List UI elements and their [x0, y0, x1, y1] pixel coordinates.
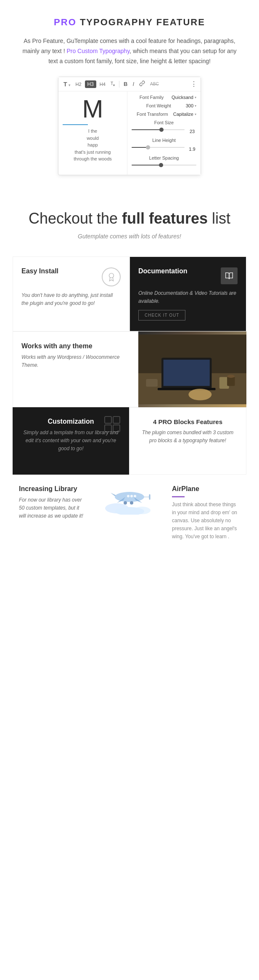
editor-left-panel: M I thewouldhappthat's just runningthrou… [58, 91, 127, 175]
easy-install-desc: You don't have to do anything, just inst… [21, 291, 121, 307]
svg-point-22 [124, 501, 127, 505]
font-size-value: 23 [188, 129, 196, 134]
font-transform-row: Font Transform Capitalize ▾ [132, 112, 196, 117]
works-image-inner [138, 331, 246, 407]
easy-install-title: Easy Install [21, 267, 58, 275]
editor-mockup: T ▾ H2 H3 H4 T▾ B I ABC ⋮ M I thewouldha… [58, 77, 201, 175]
line-height-slider[interactable] [132, 144, 185, 150]
doc-icon-area: Documentation [138, 267, 238, 284]
check-it-out-button[interactable]: CHECK IT OUT [138, 310, 185, 320]
big-letter: M [63, 96, 123, 122]
works-desc: Works with any Wordpress / Woocommerce T… [21, 353, 130, 369]
pro-blocks-desc: The plugin comes bundled with 3 custom p… [138, 429, 238, 445]
airplane-image-container [93, 475, 166, 521]
customization-card: Customization Simply add a template from… [13, 407, 129, 475]
features-subtitle: Gutemplate comes with lots of features! [13, 233, 246, 240]
bottom-row: Increasing Library For now our library h… [13, 475, 246, 552]
svg-point-6 [188, 388, 211, 400]
letter-spacing-label: Letter Spacing [132, 155, 196, 160]
svg-point-20 [134, 495, 136, 497]
svg-rect-13 [105, 425, 111, 432]
toolbar-h2-btn[interactable]: H2 [74, 81, 83, 88]
toolbar-h3-btn[interactable]: H3 [85, 80, 96, 88]
grid-icon [104, 416, 121, 434]
typography-panel: Font Family Quicksand ▾ Font Weight 300 … [127, 91, 201, 175]
letter-spacing-section: Letter Spacing [132, 155, 196, 171]
line-height-value: 1.9 [188, 147, 196, 152]
pro-label: PRO [54, 17, 77, 27]
toolbar-divider [119, 81, 119, 88]
toolbar-h4-btn[interactable]: H4 [98, 81, 107, 88]
font-transform-value: Capitalize ▾ [173, 112, 196, 117]
svg-point-19 [130, 495, 133, 497]
letter-spacing-slider-row [132, 162, 196, 171]
toolbar-adc-btn[interactable]: ABC [148, 81, 161, 87]
toolbar-link-btn[interactable] [137, 80, 147, 88]
pro-typography-link[interactable]: Pro Custom Typography [66, 48, 130, 54]
toolbar-t-sub-btn[interactable]: T▾ [109, 80, 116, 88]
editor-preview-text: I thewouldhappthat's just runningthrough… [63, 128, 123, 163]
book-icon [221, 267, 238, 284]
pro-blocks-title: 4 PRO Blocks Features [138, 418, 238, 425]
font-size-slider[interactable] [132, 127, 185, 133]
airplane-title: AirPlane [172, 485, 240, 493]
font-transform-label: Font Transform [132, 112, 173, 117]
font-weight-row: Font Weight 300 ▾ [132, 103, 196, 108]
features-grid-row1: Easy Install You don't have to do anythi… [13, 256, 246, 331]
award-icon [102, 267, 121, 286]
purple-bar [172, 496, 185, 497]
works-with-theme-card: Works with any theme Works with any Word… [13, 331, 138, 407]
airplane-svg [104, 481, 155, 515]
increasing-library-desc: For now our library has over 50 custom t… [19, 496, 87, 521]
increasing-library-title: Increasing Library [19, 485, 87, 493]
works-title: Works with any theme [21, 342, 130, 350]
font-family-label: Font Family [132, 95, 172, 100]
svg-rect-8 [146, 379, 158, 387]
section-title-rest: TYPOGRAPHY FEATURE [77, 17, 205, 27]
line-height-section: Line Height 1.9 [132, 138, 196, 154]
works-image [138, 331, 246, 407]
svg-rect-14 [113, 425, 120, 432]
font-weight-value: 300 ▾ [186, 103, 196, 108]
toolbar-bold-btn[interactable]: B [122, 80, 129, 88]
font-weight-label: Font Weight [132, 103, 186, 108]
features-section: Checkout the full features list Gutempla… [0, 184, 259, 568]
svg-point-23 [130, 501, 133, 505]
line-height-slider-row: 1.9 [132, 144, 196, 154]
pro-blocks-card: 4 PRO Blocks Features The plugin comes b… [129, 407, 246, 475]
toolbar-italic-btn[interactable]: I [131, 80, 136, 88]
svg-point-21 [127, 495, 130, 497]
svg-point-10 [227, 374, 235, 377]
font-size-label: Font Size [132, 120, 196, 125]
svg-rect-4 [164, 360, 210, 386]
easy-install-icon-area: Easy Install [21, 267, 121, 286]
letter-spacing-slider[interactable] [132, 162, 196, 168]
font-size-slider-row: 23 [132, 127, 196, 136]
documentation-card: Documentation Online Documentation & Vid… [130, 256, 246, 331]
documentation-desc: Online Documentation & Video Tutorials a… [138, 289, 238, 305]
toolbar-dots-btn[interactable]: ⋮ [190, 80, 197, 88]
documentation-title: Documentation [138, 267, 187, 275]
svg-rect-12 [113, 417, 120, 423]
features-heading: Checkout the full features list [13, 209, 246, 229]
airplane-desc: Just think about these things in your mi… [172, 501, 240, 541]
svg-point-18 [115, 492, 144, 502]
svg-point-0 [109, 273, 114, 278]
font-family-row: Font Family Quicksand ▾ [132, 95, 196, 100]
airplane-text-card: AirPlane Just think about these things i… [166, 475, 246, 552]
customization-row: Customization Simply add a template from… [13, 407, 246, 475]
svg-rect-11 [105, 417, 111, 423]
blue-underline [63, 124, 88, 125]
typography-description: As Pro Feature, GuTemplate comes with a … [20, 36, 239, 66]
toolbar-t-btn[interactable]: T ▾ [62, 80, 72, 88]
increasing-library-card: Increasing Library For now our library h… [13, 475, 93, 531]
easy-install-title-wrap: Easy Install [21, 267, 58, 278]
section-heading: PRO TYPOGRAPHY FEATURE [13, 17, 246, 28]
font-size-section: Font Size 23 [132, 120, 196, 136]
editor-toolbar: T ▾ H2 H3 H4 T▾ B I ABC ⋮ [58, 77, 201, 91]
font-family-value: Quicksand ▾ [172, 95, 196, 100]
line-height-label: Line Height [132, 138, 196, 143]
editor-body: M I thewouldhappthat's just runningthrou… [58, 91, 201, 175]
easy-install-card: Easy Install You don't have to do anythi… [13, 256, 130, 331]
typography-section: PRO TYPOGRAPHY FEATURE As Pro Feature, G… [0, 0, 259, 184]
